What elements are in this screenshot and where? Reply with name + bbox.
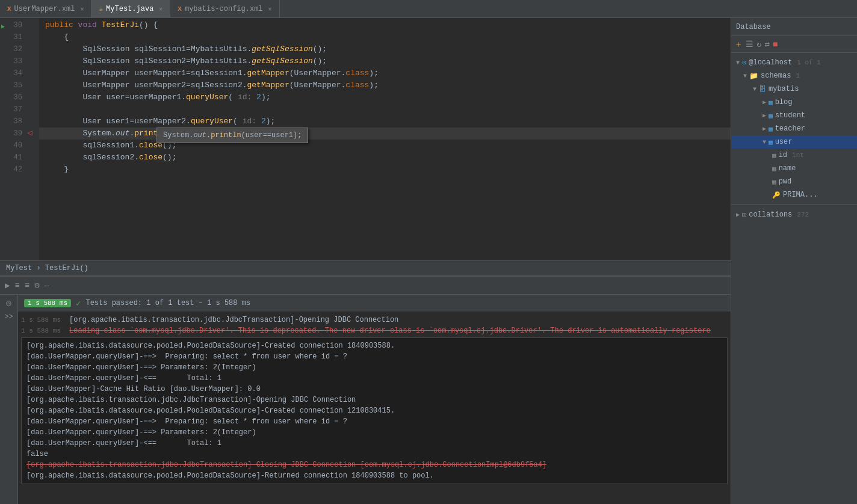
code-line-38: User user1=userMapper2.queryUser( id: 2)… [39,115,731,128]
db-tree-student[interactable]: ▶ ▦ student [731,109,857,122]
tab-mytest-close[interactable]: ✕ [159,5,162,13]
key-icon: 🔑 [772,191,781,199]
schemas-badge: 1 [796,72,800,79]
ln-39: 39 [0,128,22,140]
ln-37: 37 [0,103,22,115]
db-tree-col-id[interactable]: ▦ id int [731,149,857,162]
db-tree-col-pwd[interactable]: ▦ pwd [731,175,857,188]
mybatis-label: mybatis [769,85,799,93]
code-line-34: UserMapper userMapper1=sqlSession1.getMa… [39,67,731,79]
console-text-1: [org.apache.ibatis.transaction.jdbc.Jdbc… [69,315,398,325]
col-id-label: id [779,151,787,159]
breadcrumb-bar: MyTest › TestErJi() [0,260,731,275]
tab-mybatis-close[interactable]: ✕ [268,5,272,13]
user-label: user [775,138,793,146]
db-tree-user[interactable]: ▼ ▦ user [731,135,857,149]
time-badge: 1 s 588 ms [24,299,71,307]
db-list-btn[interactable]: ☰ [746,39,753,49]
student-expand-icon: ▶ [763,112,766,119]
console-line-false: false [26,449,722,459]
collations-badge: 272 [797,211,809,218]
folder-icon: 📁 [749,72,758,81]
tab-mytest-label: MyTest.java [106,5,153,13]
breadcrumb-class: MyTest › TestErJi() [6,264,88,272]
code-editor: ▶ 30 31 32 33 34 35 36 37 38 39 40 41 42 [0,18,731,260]
db-icon: 🗄 [759,85,766,94]
console-line-4: [dao.UserMapper.queryUser]-==> Preparing… [26,351,722,362]
teacher-expand-icon: ▶ [763,125,766,132]
student-label: student [775,111,805,120]
console-line-12: [dao.UserMapper.queryUser]-<== Total: 1 [26,438,722,449]
schemas-label: schemas [761,72,791,80]
db-tree-col-name[interactable]: ▦ name [731,162,857,175]
user-expand-icon: ▼ [763,139,766,146]
console-text-2: Loading class `com.mysql.jdbc.Driver'. T… [69,325,711,336]
ln-42: 42 [0,164,22,176]
xml-icon: X [7,5,11,13]
key-prima-label: PRIMA... [783,191,818,199]
code-line-42: } [39,164,731,176]
console-line-5: [dao.UserMapper.queryUser]-==> Parameter… [26,362,722,373]
db-tree-mybatis[interactable]: ▼ 🗄 mybatis [731,82,857,96]
db-tree-blog[interactable]: ▶ ▦ blog [731,96,857,109]
localhost-badge: 1 of 1 [797,59,821,66]
localhost-label: @localhost [749,58,792,67]
console-line-2: 1 s 588 ms Loading class `com.mysql.jdbc… [18,325,731,336]
db-tree-collations[interactable]: ▶ ⊞ collations 272 [731,208,857,221]
server-icon: ⊙ [742,58,746,67]
db-transfer-btn[interactable]: ⇄ [764,39,769,49]
code-wrapper: ▶ 30 31 32 33 34 35 36 37 38 39 40 41 42 [0,18,731,504]
console-line-1: 1 s 588 ms [org.apache.ibatis.transactio… [18,315,731,325]
tab-bar: X UserMapper.xml ✕ ☕ MyTest.java ✕ X myb… [0,0,857,18]
tab-mybatis[interactable]: X mybatis-config.xml ✕ [170,0,279,18]
db-tree[interactable]: ▼ ⊙ @localhost 1 of 1 ▼ 📁 schemas 1 ▼ 🗄 … [731,53,857,504]
console-arrows-icon[interactable]: >> [4,313,13,321]
db-tree-localhost[interactable]: ▼ ⊙ @localhost 1 of 1 [731,56,857,69]
db-tree-teacher[interactable]: ▶ ▦ teacher [731,122,857,135]
db-add-btn[interactable]: ＋ [734,39,743,50]
tab-usermapper-label: UserMapper.xml [14,5,75,13]
tab-mybatis-label: mybatis-config.xml [185,5,263,13]
run-tests-icon[interactable]: ▶ [5,280,10,290]
settings-icon[interactable]: ⚙ [34,280,39,290]
code-line-31: { [39,31,731,43]
code-line-40: sqlSession1.close(); [39,140,731,152]
code-line-35: UserMapper userMapper2=sqlSession2.getMa… [39,79,731,91]
database-header: Database [731,18,857,36]
collations-expand-icon: ▶ [736,211,740,218]
main-layout: ▶ 30 31 32 33 34 35 36 37 38 39 40 41 42 [0,18,857,504]
console-time-1: 1 s 588 ms [21,315,69,325]
db-tree-key-prima[interactable]: 🔑 PRIMA... [731,188,857,201]
console-output[interactable]: 1 s 588 ms [org.apache.ibatis.transactio… [18,312,731,504]
code-content[interactable]: public void TestErJi() { { SqlSession sq… [39,18,731,260]
col-name-icon: ▦ [772,165,776,173]
ln-41: 41 [0,152,22,164]
minimize-icon[interactable]: — [45,281,49,290]
blog-expand-icon: ▶ [763,99,766,106]
ln-36: 36 [0,91,22,103]
db-refresh-btn[interactable]: ↻ [756,39,761,49]
col-name-label: name [779,164,796,173]
database-title: Database [736,23,771,31]
console-time-2: 1 s 588 ms [21,325,69,336]
db-stop-btn[interactable]: ■ [773,40,778,49]
expand-icon[interactable]: ≡ [14,281,19,290]
db-separator [731,204,857,205]
schemas-expand-icon: ▼ [743,73,747,79]
db-tree-schemas[interactable]: ▼ 📁 schemas 1 [731,69,857,82]
collapse-icon[interactable]: ≡ [25,281,29,290]
console-line-3: [org.apache.ibatis.datasource.pooled.Poo… [26,340,722,351]
db-toolbar: ＋ ☰ ↻ ⇄ ■ [731,36,857,53]
collations-icon: ⊞ [742,211,746,220]
code-line-41: sqlSession2.close(); [39,152,731,164]
tab-usermapper-close[interactable]: ✕ [80,5,84,13]
tab-mytest[interactable]: ☕ MyTest.java ✕ [91,0,170,18]
console-line-8: [org.apache.ibatis.transaction.jdbc.Jdbc… [26,395,722,405]
tab-usermapper[interactable]: X UserMapper.xml ✕ [0,0,91,18]
console-line-6: [dao.UserMapper.queryUser]-<== Total: 1 [26,373,722,384]
col-id-type: int [792,152,804,159]
test-pass-icon: ✓ [76,298,81,309]
ln-31: 31 [0,31,22,43]
bottom-panel: ▶ ≡ ≡ ⚙ — ◎ >> 1 s 588 ms ✓ Tests pass [0,275,731,504]
console-run-icon[interactable]: ◎ [6,298,11,308]
